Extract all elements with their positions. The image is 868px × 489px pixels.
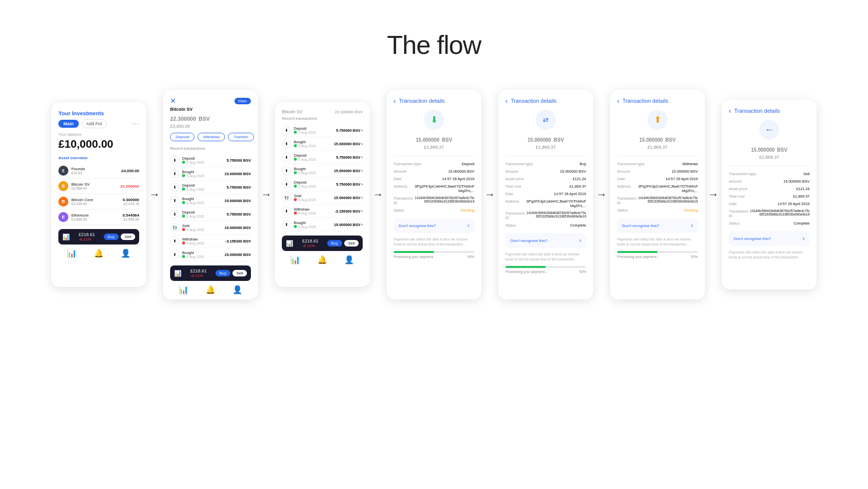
tx-info: Sold 3 Aug 2020 xyxy=(182,224,224,232)
tx-row[interactable]: ⬇ Deposit 2 Aug 2020 5.750000 BSV › xyxy=(282,151,363,164)
tx-row[interactable]: 💱 Sold 3 Aug 2020 15.000000 BSV › xyxy=(282,191,363,205)
td1-back-button[interactable]: ‹ xyxy=(394,97,396,105)
td2-back-button[interactable]: ‹ xyxy=(505,97,508,105)
tx-row[interactable]: ⬆ Bought 2 Aug 2020 15.000000 BSV › xyxy=(282,218,363,232)
td3-back-button[interactable]: ‹ xyxy=(617,97,620,105)
amount-display: 22.300000 BSV xyxy=(170,113,251,123)
tx-name: Bought xyxy=(182,170,224,174)
td3-dont-recog[interactable]: Don't recognise this? › xyxy=(617,218,698,233)
td3-dont-recog-text: Don't recognise this? xyxy=(622,224,659,228)
tx-row[interactable]: ⬇ Deposit 2 Aug 2020 5.750000 BSV › xyxy=(282,178,363,191)
tx-row[interactable]: ⬇ Deposit 2 Aug 2020 5.750000 BSV xyxy=(170,154,251,167)
td3-status-row: Status Pending xyxy=(617,207,698,214)
nav-profile-3[interactable]: 👤 xyxy=(344,255,354,264)
tx-icon: ⬆ xyxy=(282,139,291,148)
page-title: The flow xyxy=(0,0,868,80)
asset-amount: 0.300000 £2,475.76 xyxy=(123,198,139,206)
add-pot-tab[interactable]: Add Pot xyxy=(82,119,107,128)
tx-info: Deposit 2 Aug 2020 xyxy=(294,153,336,161)
bottom-bar-2: 📊 £218.61 -8.11% Buy Sell xyxy=(170,265,251,281)
tx-row[interactable]: ⬆ Bought 2 Aug 2020 15.000000 BSV xyxy=(170,248,251,261)
buy-button-3[interactable]: Buy xyxy=(327,240,342,246)
tx-date: 2 Aug 2020 xyxy=(294,185,336,188)
sell-button-2[interactable]: Sell xyxy=(232,270,247,276)
more-options[interactable]: ⋯ xyxy=(132,120,139,128)
tx-icon: 💱 xyxy=(170,223,179,232)
td2-icon: ⇄ xyxy=(536,110,556,130)
transfer-button[interactable]: Transfer xyxy=(228,133,254,141)
main-badge: Main xyxy=(234,98,251,104)
tx-row[interactable]: ⬇ Deposit 2 Aug 2020 5.750000 BSV › xyxy=(282,124,363,137)
td1-divider xyxy=(394,156,474,156)
td3-txid-label: Transaction ID xyxy=(617,196,638,205)
tx-date: 2 Aug 2020 xyxy=(294,131,336,134)
nav-dashboard-2[interactable]: 📊 xyxy=(179,285,189,294)
td2-status-row: Status Complete xyxy=(505,222,586,229)
nav-dashboard[interactable]: 📊 xyxy=(67,248,77,258)
asset-name: Pounds xyxy=(71,167,121,171)
bottom-price-3: £218.61 -8.11% xyxy=(302,239,319,248)
asset-row[interactable]: E Ethereum £1,836.33 0.544564 £1,069.00 xyxy=(58,210,139,225)
td4-title: Transaction details xyxy=(734,108,780,114)
nav-settings[interactable]: 👤 xyxy=(121,248,131,258)
tx-row[interactable]: ⬆ Bought 2 Aug 2020 15.000000 BSV xyxy=(170,194,251,208)
tx-row[interactable]: ⬆ Withdraw 4 Aug 2020 -3.156300 BSV › xyxy=(282,205,363,218)
tx-row[interactable]: ⬆ Bought 2 Aug 2020 15.000000 BSV › xyxy=(282,164,363,178)
tx-amount: 5.750000 BSV › xyxy=(336,155,363,160)
td2-dont-recog-chevron: › xyxy=(579,237,581,244)
td4-back-button[interactable]: ‹ xyxy=(729,107,731,115)
td3-header: ‹ Transaction details xyxy=(617,97,698,105)
td4-dont-recog[interactable]: Don't recognise this? › xyxy=(729,231,810,246)
td2-txid-label: Transaction ID xyxy=(505,211,526,220)
tx-row[interactable]: 💱 Sold 3 Aug 2020 15.000000 BSV xyxy=(170,221,251,235)
td3-status-label: Status xyxy=(617,208,628,213)
asset-row[interactable]: B Bitcoin Core £3,149.90 0.300000 £2,475… xyxy=(58,194,139,210)
td1-dont-recog[interactable]: Don't recognise this? › xyxy=(394,218,474,233)
close-button[interactable]: ✕ xyxy=(170,97,176,105)
deposit-button[interactable]: Deposit xyxy=(170,133,195,141)
nav-transactions[interactable]: 🔔 xyxy=(94,248,104,258)
pounds-icon: £ xyxy=(58,166,68,176)
tx-icon: ⬇ xyxy=(282,153,291,162)
tx-row[interactable]: ⬇ Deposit 2 Aug 2020 5.750000 BSV xyxy=(170,208,251,221)
asset-info: Pounds £10.43 xyxy=(71,167,121,175)
sell-button[interactable]: Sell xyxy=(121,234,135,240)
amount-value: 22.300000 xyxy=(170,116,196,122)
s3-amount: 22.300000 BSV xyxy=(335,110,363,114)
asset-row[interactable]: £ Pounds £10.43 £4,000.00 xyxy=(58,163,139,179)
tx-row[interactable]: ⬇ Deposit 2 Aug 2020 5.750000 BSV xyxy=(170,181,251,194)
buy-button-2[interactable]: Buy xyxy=(216,270,230,276)
td1-progress-label: Processing your payment... 50% xyxy=(394,255,474,258)
nav-profile-2[interactable]: 👤 xyxy=(232,285,242,294)
td2-dont-recog[interactable]: Don't recognise this? › xyxy=(505,233,586,248)
arrow-1: → xyxy=(149,188,160,201)
main-tab[interactable]: Main xyxy=(58,120,79,128)
td2-amount-val: 15.000000 xyxy=(528,137,551,143)
nav-dashboard-3[interactable]: 📊 xyxy=(290,255,300,264)
asset-row[interactable]: B Bitcoin SV £2,588.04 21.000000 xyxy=(58,179,139,194)
buy-button[interactable]: Buy xyxy=(104,234,119,240)
tx-icon: ⬆ xyxy=(282,166,291,175)
tx-row[interactable]: ⬆ Bought 3 Aug 2020 15.000000 BSV › xyxy=(282,137,363,151)
withdraw-button[interactable]: Withdraw xyxy=(198,133,225,141)
nav-notifications-2[interactable]: 🔔 xyxy=(206,285,216,294)
nav-notif-3[interactable]: 🔔 xyxy=(317,255,327,264)
arrow-6: → xyxy=(708,188,719,201)
td2-screen: ‹ Transaction details ⇄ 15.000000 BSV £1… xyxy=(498,90,593,299)
sell-button-3[interactable]: Sell xyxy=(344,240,359,246)
tx-name: Deposit xyxy=(294,180,336,185)
td3-dont-recog-chevron: › xyxy=(691,222,693,229)
td3-progress-text: Processing your payment... xyxy=(617,255,659,258)
td1-date-value: 14:57 26 April 2019 xyxy=(442,177,474,181)
td2-progress-label: Processing your payment... 50% xyxy=(505,270,586,273)
td4-amount-val: 15.000000 xyxy=(751,147,775,153)
tx-info: Deposit 2 Aug 2020 xyxy=(294,126,336,134)
td1-status-label: Status xyxy=(394,208,404,213)
screen3-wrapper: Bitcoin SV 22.300000 BSV Recent transact… xyxy=(275,102,370,287)
bitcoinsv-icon: B xyxy=(58,181,68,191)
tx-date: 2 Aug 2020 xyxy=(294,225,334,229)
tx-row[interactable]: ⬆ Withdraw 4 Aug 2020 -3.156300 BSV xyxy=(170,235,251,248)
tx-name: Bought xyxy=(294,221,334,225)
td2-asset-price-row: Asset price £121.24 xyxy=(505,175,586,183)
tx-row[interactable]: ⬆ Bought 3 Aug 2020 15.000000 BSV xyxy=(170,167,251,181)
